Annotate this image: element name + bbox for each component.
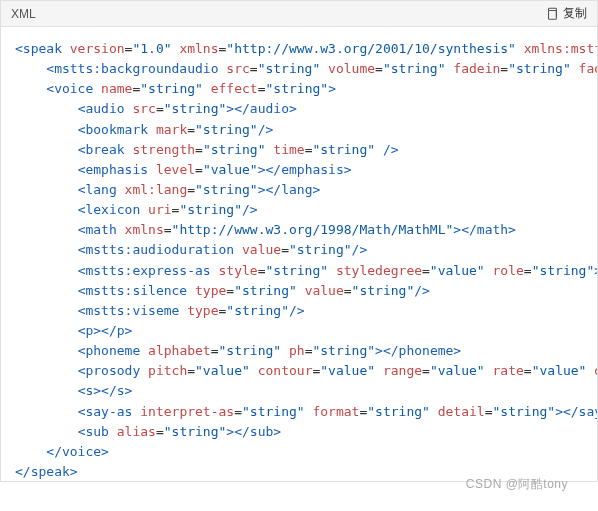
code-header: XML 复制 bbox=[0, 0, 598, 27]
language-label: XML bbox=[11, 7, 36, 21]
copy-button[interactable]: 复制 bbox=[545, 5, 587, 22]
svg-rect-0 bbox=[549, 10, 557, 19]
code-content[interactable]: <speak version="1.0" xmlns="http://www.w… bbox=[0, 27, 598, 482]
copy-label: 复制 bbox=[563, 5, 587, 22]
copy-icon bbox=[545, 7, 559, 21]
